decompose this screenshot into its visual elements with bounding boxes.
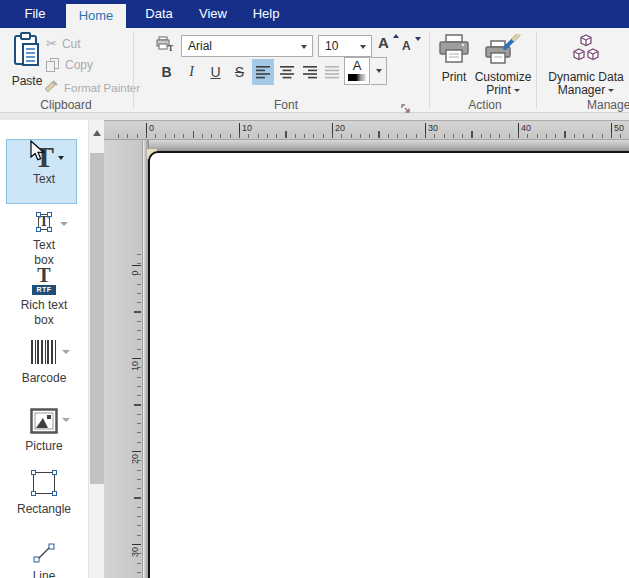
tool-rectangle[interactable]: Rectangle	[0, 470, 88, 517]
ruler-v-label: 0	[130, 265, 140, 281]
font-size-combo[interactable]: 10	[318, 35, 372, 57]
font-dialog-launcher[interactable]	[401, 100, 411, 110]
tool-text-box[interactable]: T Text box	[0, 212, 88, 268]
dynamic-data-manager-button[interactable]: Dynamic Data Manager	[546, 34, 626, 97]
font-color-swatch	[348, 74, 366, 81]
rectangle-tool-icon	[31, 470, 57, 496]
tool-picture[interactable]: Picture	[0, 408, 88, 454]
rtf-badge: RTF	[32, 285, 56, 295]
barcode-tool-icon	[31, 340, 57, 364]
align-left-icon	[255, 65, 271, 79]
action-group-label: Action	[445, 98, 525, 112]
shrink-font-letter: A	[402, 39, 411, 53]
ruler-v-label: 10	[130, 358, 140, 374]
ruler-h-label: 50	[611, 123, 624, 133]
tool-label: Line	[0, 569, 88, 578]
font-color-dropdown[interactable]	[371, 57, 387, 85]
tab-view[interactable]: View	[191, 0, 235, 28]
tool-label: Rectangle	[0, 502, 88, 517]
print-label: Print	[442, 71, 467, 84]
align-left-button[interactable]	[252, 59, 274, 85]
manage-group-label: Manager	[587, 98, 629, 112]
chevron-down-icon[interactable]	[301, 45, 307, 49]
ruler-h-label: 40	[518, 123, 531, 133]
ruler-v-label: 30	[130, 544, 140, 560]
chevron-down-icon[interactable]	[62, 350, 70, 354]
paste-button[interactable]: Paste	[6, 32, 48, 88]
dynamic-data-label-line2: Manager	[558, 84, 605, 97]
tool-label: Text	[0, 172, 88, 187]
toolbox-scrollbar[interactable]	[88, 120, 104, 578]
customize-print-icon	[485, 34, 521, 68]
tool-barcode[interactable]: Barcode	[0, 340, 88, 386]
italic-button[interactable]: I	[181, 60, 202, 84]
tool-label: Picture	[0, 439, 88, 454]
scrollbar-thumb[interactable]	[90, 153, 104, 484]
format-painter-label: Format Painter	[64, 82, 140, 94]
chevron-down-icon[interactable]	[62, 418, 70, 422]
strikethrough-button[interactable]: S	[229, 60, 250, 84]
font-group-label: Font	[246, 98, 326, 112]
mouse-cursor-icon	[30, 140, 46, 166]
copy-label: Copy	[65, 58, 93, 72]
tool-rich-text-box[interactable]: T RTF Rich text box	[0, 266, 88, 328]
bold-button[interactable]: B	[156, 60, 177, 84]
arrow-up-icon	[393, 34, 399, 38]
align-center-icon	[279, 65, 295, 79]
horizontal-ruler: 0 10 20 30 40 50	[104, 120, 629, 140]
tool-label: Barcode	[0, 371, 88, 386]
underline-button[interactable]: U	[205, 60, 226, 84]
ruler-h-label: 20	[332, 123, 345, 133]
ruler-v-label: 20	[130, 451, 140, 467]
align-right-icon	[302, 65, 318, 79]
shrink-font-button[interactable]: A	[402, 36, 422, 60]
cut-button[interactable]: ✂ Cut	[46, 36, 81, 51]
grow-font-letter: A	[378, 34, 389, 51]
tab-data[interactable]: Data	[136, 0, 182, 28]
cut-icon: ✂	[46, 36, 57, 51]
font-family-value: Arial	[188, 39, 212, 53]
chevron-down-icon[interactable]	[360, 45, 366, 49]
tool-line[interactable]: Line	[0, 540, 88, 578]
ruler-h-label: 10	[239, 123, 252, 133]
align-right-button[interactable]	[299, 59, 321, 85]
arrow-down-icon	[415, 37, 421, 41]
label-designer-window: File Home Data View Help Paste	[0, 0, 629, 578]
design-canvas	[144, 140, 629, 578]
ribbon: Paste ✂ Cut Copy Format Painter Clipboar…	[0, 28, 629, 113]
scroll-up-icon[interactable]	[93, 130, 101, 136]
rich-text-tool-icon: T	[37, 264, 50, 286]
grow-font-button[interactable]: A	[378, 34, 398, 58]
tab-help[interactable]: Help	[243, 0, 289, 28]
chevron-down-icon[interactable]	[60, 222, 68, 226]
font-color-button[interactable]: A	[344, 57, 370, 85]
paste-label: Paste	[12, 75, 43, 88]
tool-label: box	[0, 313, 88, 328]
customize-print-button[interactable]: Customize Print	[472, 34, 534, 97]
format-painter-icon	[44, 80, 59, 96]
format-painter-button[interactable]: Format Painter	[44, 80, 140, 96]
align-center-button[interactable]	[276, 59, 298, 85]
justify-button[interactable]	[321, 59, 343, 85]
font-size-value: 10	[325, 39, 338, 53]
font-family-combo[interactable]: Arial	[181, 35, 313, 57]
ruler-h-label: 0	[146, 123, 154, 133]
group-separator	[133, 32, 134, 108]
justify-icon	[324, 65, 340, 79]
tab-home[interactable]: Home	[66, 4, 126, 28]
tool-label: Text	[0, 238, 88, 253]
group-separator	[536, 32, 537, 108]
print-button[interactable]: Print	[436, 34, 472, 84]
copy-icon	[46, 58, 60, 72]
text-box-tool-icon: T	[31, 212, 57, 238]
menu-bar: File Home Data View Help	[0, 0, 629, 28]
label-design-surface[interactable]	[148, 151, 629, 578]
print-icon	[438, 34, 470, 68]
chevron-down-icon[interactable]	[58, 156, 64, 160]
cut-label: Cut	[62, 37, 81, 51]
copy-button[interactable]: Copy	[46, 58, 93, 72]
tab-file[interactable]: File	[12, 0, 58, 28]
tool-label: Rich text	[0, 298, 88, 313]
workspace: T Text T Text box T RTF Rich text	[0, 113, 629, 578]
chevron-down-icon	[376, 69, 382, 73]
